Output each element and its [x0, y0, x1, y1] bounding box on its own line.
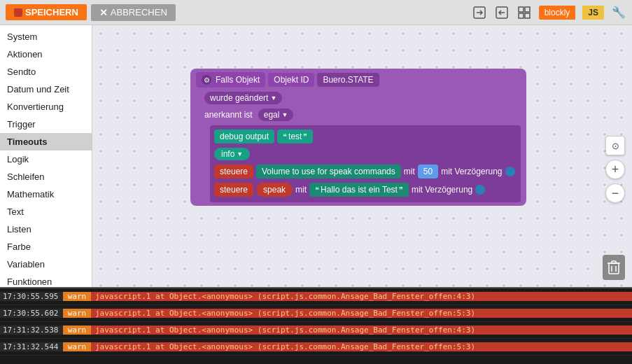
svg-rect-2: [519, 7, 524, 12]
dropdown-arrow: ▼: [270, 94, 276, 102]
grid-icon[interactable]: [517, 5, 532, 20]
block-hallo[interactable]: ❝ Hallo das ist ein Test ❞: [309, 183, 409, 197]
export-icon[interactable]: [472, 5, 487, 20]
sidebar-item-logik[interactable]: Logik: [0, 150, 92, 168]
svg-rect-4: [519, 13, 524, 18]
sidebar-item-funktionen[interactable]: Funktionen: [0, 273, 92, 287]
log-entry-1: 17:30:55.602 warn javascript.1 at Object…: [0, 305, 632, 322]
wurde-geaendert-dropdown[interactable]: wurde geändert ▼: [204, 92, 282, 104]
main-area: System Aktionen Sendto Datum und Zeit Ko…: [0, 25, 632, 287]
block-row-steuere1: steuere Volume to use for speak commands…: [214, 164, 517, 178]
sidebar-item-system[interactable]: System: [0, 28, 92, 46]
js-toggle-button[interactable]: JS: [582, 6, 604, 20]
log-entry-2: 17:31:32.538 warn javascript.1 at Object…: [0, 322, 632, 339]
svg-rect-8: [612, 261, 616, 263]
sidebar-item-schleifen[interactable]: Schleifen: [0, 168, 92, 186]
zoom-fit-button[interactable]: ⊙: [605, 136, 625, 155]
sidebar-item-variablen[interactable]: Variablen: [0, 255, 92, 273]
svg-rect-3: [525, 7, 530, 12]
cancel-icon: ✕: [99, 7, 108, 18]
canvas-area[interactable]: ⚙ Falls Objekt Objekt ID Buero.STATE wur…: [92, 25, 632, 287]
block-objekt-id[interactable]: Objekt ID: [268, 73, 314, 87]
toolbar: SPEICHERN ✕ ABBRECHEN blocklyJS 🔧: [0, 0, 632, 25]
trash-button-area: [603, 255, 625, 280]
block-row-2: wurde geändert ▼: [196, 92, 521, 104]
block-number-50[interactable]: 50: [418, 164, 438, 178]
wrench-icon[interactable]: 🔧: [611, 5, 626, 20]
block-outer: ⚙ Falls Objekt Objekt ID Buero.STATE wur…: [190, 69, 526, 206]
save-icon: [14, 8, 22, 17]
log-entry-3: 17:31:32.544 warn javascript.1 at Object…: [0, 339, 632, 356]
gear-icon: ⚙: [202, 75, 211, 85]
sidebar-item-listen[interactable]: Listen: [0, 220, 92, 238]
info-dropdown[interactable]: info ▼: [214, 148, 250, 160]
block-steuere-1[interactable]: steuere: [214, 164, 253, 178]
block-steuere-2[interactable]: steuere: [214, 183, 253, 197]
zoom-in-button[interactable]: +: [605, 160, 625, 179]
sidebar-item-text[interactable]: Text: [0, 203, 92, 220]
svg-rect-6: [609, 263, 619, 274]
sidebar: System Aktionen Sendto Datum und Zeit Ko…: [0, 25, 92, 287]
block-falls-objekt[interactable]: ⚙ Falls Objekt: [196, 72, 265, 88]
toggle-circle-1[interactable]: [505, 167, 515, 176]
zoom-controls: ⊙ + −: [605, 136, 625, 203]
block-objekt-id-value[interactable]: Buero.STATE: [317, 73, 379, 87]
cancel-button[interactable]: ✕ ABBRECHEN: [91, 4, 176, 21]
inner-block-area: debug output ❝ test ❞ info ▼: [210, 125, 521, 202]
sidebar-item-trigger[interactable]: Trigger: [0, 115, 92, 133]
block-row-info: info ▼: [214, 148, 517, 160]
sidebar-item-datum[interactable]: Datum und Zeit: [0, 80, 92, 98]
block-speak[interactable]: speak: [256, 183, 293, 197]
sidebar-item-timeouts[interactable]: Timeouts: [0, 133, 92, 150]
import-icon[interactable]: [494, 5, 510, 20]
svg-rect-5: [525, 13, 530, 18]
log-area: 17:30:55.595 warn javascript.1 at Object…: [0, 287, 632, 364]
egal-arrow: ▼: [281, 111, 288, 118]
block-debug-output[interactable]: debug output: [214, 130, 274, 144]
sidebar-item-konvertierung[interactable]: Konvertierung: [0, 98, 92, 115]
block-row-steuere2: steuere speak mit ❝ Hallo das ist ein Te…: [214, 183, 517, 197]
blockly-toggle-button[interactable]: blockly: [539, 6, 576, 20]
info-arrow: ▼: [237, 150, 243, 158]
trash-button[interactable]: [603, 255, 625, 280]
block-row-debug: debug output ❝ test ❞: [214, 130, 517, 144]
log-entry-0: 17:30:55.595 warn javascript.1 at Object…: [0, 288, 632, 305]
toolbar-icons: blocklyJS 🔧: [472, 5, 626, 20]
zoom-out-button[interactable]: −: [605, 183, 625, 203]
save-button[interactable]: SPEICHERN: [6, 4, 87, 20]
block-container: ⚙ Falls Objekt Objekt ID Buero.STATE wur…: [190, 69, 526, 206]
block-volume-label[interactable]: Volume to use for speak commands: [256, 164, 401, 178]
sidebar-item-sendto[interactable]: Sendto: [0, 63, 92, 80]
block-string-test[interactable]: ❝ test ❞: [277, 130, 313, 144]
egal-dropdown[interactable]: egal ▼: [258, 108, 294, 121]
sidebar-item-aktionen[interactable]: Aktionen: [0, 46, 92, 63]
sidebar-item-mathematik[interactable]: Mathematik: [0, 186, 92, 203]
block-row-3: anerkannt ist egal ▼: [196, 108, 521, 121]
toggle-circle-2[interactable]: [475, 185, 485, 195]
block-row-1: ⚙ Falls Objekt Objekt ID Buero.STATE: [196, 72, 521, 88]
sidebar-item-farbe[interactable]: Farbe: [0, 238, 92, 255]
